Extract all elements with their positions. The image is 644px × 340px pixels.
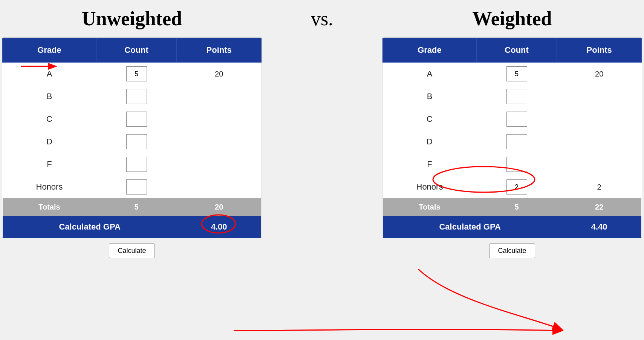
uw-points-c [177, 108, 261, 130]
uw-row-a: A 20 [3, 62, 261, 85]
w-row-d: D [383, 130, 641, 153]
uw-totals-label: Totals [3, 198, 96, 216]
uw-count-d-input[interactable] [126, 134, 147, 149]
uw-calculate-button[interactable]: Calculate [109, 244, 154, 258]
w-header-grade: Grade [383, 38, 476, 62]
uw-count-f-cell [96, 153, 177, 176]
w-count-b-input[interactable] [506, 89, 527, 104]
w-row-honors: Honors 2 [383, 176, 641, 198]
uw-grade-d: D [3, 130, 96, 153]
uw-grade-f: F [3, 153, 96, 176]
uw-count-f-input[interactable] [126, 157, 147, 172]
w-gpa-value: 4.40 [557, 216, 641, 238]
w-points-f [557, 153, 641, 176]
vs-separator [264, 37, 380, 143]
w-gpa-label: Calculated GPA [383, 216, 557, 238]
uw-count-c-input[interactable] [126, 112, 147, 127]
w-grade-b: B [383, 85, 476, 108]
uw-row-d: D [3, 130, 261, 153]
uw-header-count: Count [96, 38, 177, 62]
uw-totals-row: Totals 5 20 [3, 198, 261, 216]
w-calculate-container: Calculate [489, 244, 535, 258]
w-grade-honors: Honors [383, 176, 476, 198]
uw-row-b: B [3, 85, 261, 108]
w-points-a: 20 [557, 62, 641, 85]
w-calculate-button[interactable]: Calculate [489, 244, 535, 258]
w-points-honors: 2 [557, 176, 641, 198]
w-totals-count: 5 [476, 198, 557, 216]
w-points-d [557, 130, 641, 153]
w-points-c [557, 108, 641, 130]
uw-gpa-value: 4.00 [177, 216, 261, 238]
uw-count-a-cell [96, 62, 177, 85]
uw-row-c: C [3, 108, 261, 130]
uw-count-b-cell [96, 85, 177, 108]
title-unweighted: Unweighted [0, 8, 264, 30]
w-points-b [557, 85, 641, 108]
uw-grade-b: B [3, 85, 96, 108]
w-count-honors-input[interactable] [506, 179, 527, 195]
w-row-f: F [383, 153, 641, 176]
uw-calculate-container: Calculate [109, 244, 154, 258]
w-count-a-cell [476, 62, 557, 85]
title-vs: vs. [264, 8, 380, 30]
w-totals-label: Totals [383, 198, 476, 216]
uw-grade-a: A [3, 62, 96, 85]
w-totals-points: 22 [557, 198, 641, 216]
unweighted-table: Grade Count Points A 20 B [2, 38, 262, 238]
w-gpa-row: Calculated GPA 4.40 [383, 216, 641, 238]
w-header-count: Count [476, 38, 557, 62]
uw-count-b-input[interactable] [126, 89, 147, 104]
w-count-d-input[interactable] [506, 134, 527, 149]
uw-row-honors: Honors [3, 176, 261, 198]
w-count-f-cell [476, 153, 557, 176]
uw-count-a-input[interactable] [126, 66, 147, 81]
weighted-table: Grade Count Points A 20 B [382, 38, 642, 238]
uw-gpa-label: Calculated GPA [3, 216, 177, 238]
w-header-points: Points [557, 38, 641, 62]
uw-header-points: Points [177, 38, 261, 62]
weighted-calculator: Grade Count Points A 20 B [380, 37, 644, 258]
w-count-a-input[interactable] [506, 66, 527, 81]
uw-count-honors-input[interactable] [126, 179, 147, 195]
w-count-f-input[interactable] [506, 157, 527, 172]
uw-points-d [177, 130, 261, 153]
w-count-b-cell [476, 85, 557, 108]
w-grade-a: A [383, 62, 476, 85]
w-count-c-cell [476, 108, 557, 130]
uw-points-honors [177, 176, 261, 198]
uw-count-honors-cell [96, 176, 177, 198]
uw-header-grade: Grade [3, 38, 96, 62]
w-grade-d: D [383, 130, 476, 153]
w-count-honors-cell [476, 176, 557, 198]
w-grade-f: F [383, 153, 476, 176]
uw-points-b [177, 85, 261, 108]
unweighted-calculator: Grade Count Points A 20 B [0, 37, 264, 258]
w-row-c: C [383, 108, 641, 130]
w-totals-row: Totals 5 22 [383, 198, 641, 216]
w-row-b: B [383, 85, 641, 108]
title-weighted: Weighted [380, 8, 644, 30]
uw-points-f [177, 153, 261, 176]
uw-count-c-cell [96, 108, 177, 130]
uw-grade-c: C [3, 108, 96, 130]
uw-row-f: F [3, 153, 261, 176]
uw-points-a: 20 [177, 62, 261, 85]
w-count-c-input[interactable] [506, 112, 527, 127]
uw-totals-points: 20 [177, 198, 261, 216]
uw-totals-count: 5 [96, 198, 177, 216]
w-count-d-cell [476, 130, 557, 153]
uw-gpa-row: Calculated GPA 4.00 [3, 216, 261, 238]
w-grade-c: C [383, 108, 476, 130]
uw-grade-honors: Honors [3, 176, 96, 198]
uw-count-d-cell [96, 130, 177, 153]
w-row-a: A 20 [383, 62, 641, 85]
